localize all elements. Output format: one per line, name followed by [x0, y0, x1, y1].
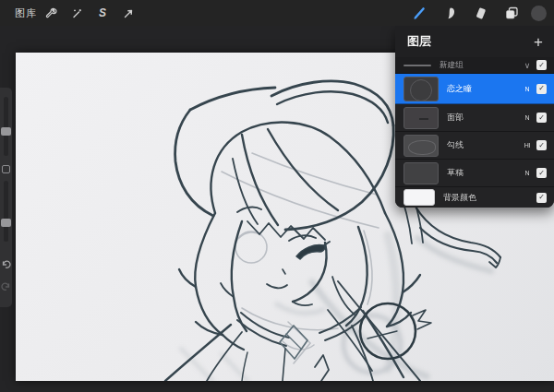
layers-icon[interactable]	[500, 1, 524, 25]
blend-mode-button[interactable]: N	[520, 114, 535, 121]
current-color-swatch[interactable]	[531, 6, 547, 21]
layer-name: 背景颜色	[443, 192, 535, 204]
gallery-button[interactable]: 图库	[15, 6, 37, 20]
selection-s-icon[interactable]: S	[90, 1, 114, 25]
eraser-icon[interactable]	[469, 1, 493, 25]
blend-mode-button[interactable]: N	[520, 86, 535, 92]
layer-name: 勾线	[447, 139, 520, 151]
adjustments-wand-icon[interactable]	[65, 1, 89, 25]
layer-name: 面部	[447, 112, 520, 124]
layer-row[interactable]: 面部 N ✓	[395, 104, 554, 132]
layer-thumbnail[interactable]	[403, 189, 435, 206]
group-name: 新建组	[440, 60, 520, 71]
layer-visibility-checkbox[interactable]: ✓	[536, 113, 547, 123]
layer-thumbnail[interactable]	[403, 107, 439, 129]
layer-thumbnail[interactable]	[403, 77, 439, 101]
blend-mode-button[interactable]: Hl	[520, 142, 535, 148]
opacity-slider-handle[interactable]	[1, 219, 11, 227]
opacity-slider[interactable]	[4, 181, 8, 242]
layers-panel-header: 图层 +	[395, 26, 554, 57]
layer-name: 恋之瞳	[447, 83, 520, 95]
group-visibility-checkbox[interactable]: ✓	[536, 60, 547, 70]
layer-visibility-checkbox[interactable]: ✓	[536, 84, 547, 94]
chevron-down-icon[interactable]: ∨	[520, 61, 535, 70]
layer-visibility-checkbox[interactable]: ✓	[536, 140, 547, 150]
sidebar-controls	[0, 88, 12, 307]
group-thumbnail-dash	[403, 65, 431, 66]
smudge-icon[interactable]	[439, 1, 463, 25]
layer-thumbnail[interactable]	[403, 162, 439, 184]
modify-button[interactable]	[2, 165, 10, 173]
layer-group-row[interactable]: 新建组 ∨ ✓	[395, 57, 554, 74]
layer-thumbnail[interactable]	[403, 135, 439, 157]
layer-row-selected[interactable]: 恋之瞳 N ✓	[395, 74, 554, 104]
redo-icon[interactable]	[1, 279, 11, 289]
layers-panel-title: 图层	[407, 33, 532, 50]
actions-wrench-icon[interactable]	[39, 1, 63, 25]
brush-icon[interactable]	[408, 1, 432, 25]
layers-panel: 图层 + 新建组 ∨ ✓ 恋之瞳 N ✓ 面部 N ✓ 勾线 Hl ✓	[395, 26, 554, 208]
brush-size-slider[interactable]	[4, 97, 8, 156]
brush-size-slider-handle[interactable]	[1, 127, 11, 136]
layer-name: 草稿	[447, 167, 520, 179]
undo-icon[interactable]	[1, 256, 11, 267]
top-toolbar: 图库 S	[0, 0, 554, 26]
blend-mode-button[interactable]: N	[520, 170, 535, 176]
layer-visibility-checkbox[interactable]: ✓	[536, 193, 547, 203]
layer-row[interactable]: 勾线 Hl ✓	[395, 132, 554, 160]
background-layer-row[interactable]: 背景颜色 ✓	[395, 187, 554, 208]
layer-row[interactable]: 草稿 N ✓	[395, 160, 554, 187]
procreate-window: 图库 S	[0, 0, 554, 392]
add-layer-button[interactable]: +	[532, 34, 545, 50]
layer-visibility-checkbox[interactable]: ✓	[536, 168, 547, 178]
transform-arrow-icon[interactable]	[116, 1, 140, 25]
